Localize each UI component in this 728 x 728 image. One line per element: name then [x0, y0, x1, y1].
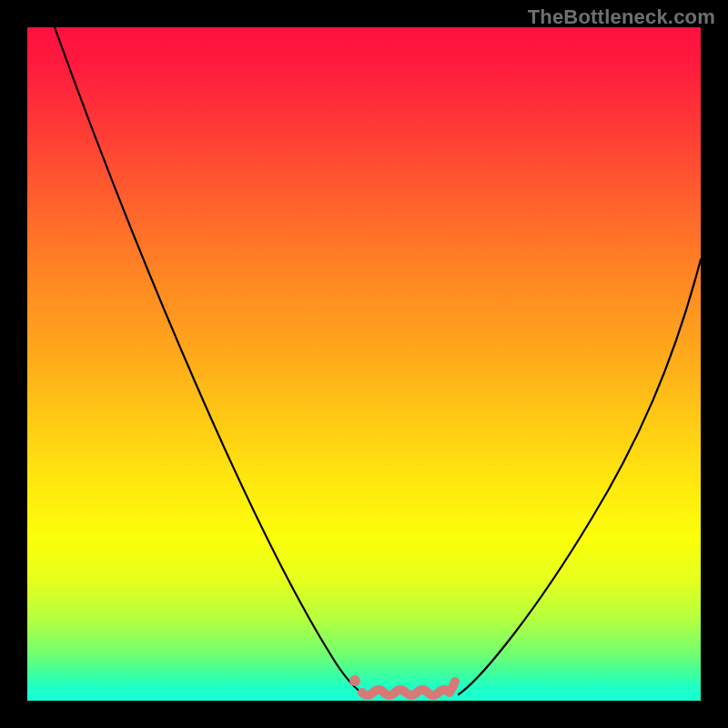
right-branch-curve — [459, 259, 701, 694]
plateau-start-dot-icon — [349, 675, 360, 686]
watermark-text: TheBottleneck.com — [528, 5, 715, 29]
plot-area — [27, 27, 701, 701]
chart-svg — [27, 27, 701, 701]
left-branch-curve — [55, 27, 364, 694]
chart-frame: TheBottleneck.com — [0, 0, 728, 728]
minimum-plateau-marker — [362, 682, 455, 695]
